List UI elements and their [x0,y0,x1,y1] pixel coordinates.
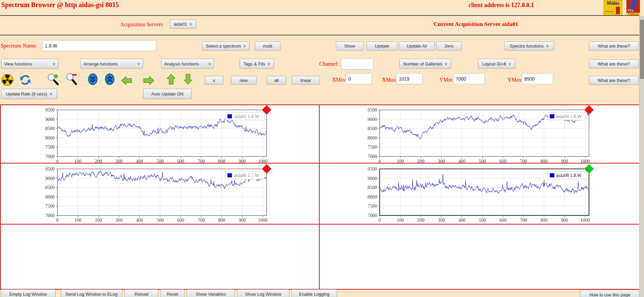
svg-text:300: 300 [438,218,445,223]
reload-button[interactable]: Reload [125,289,158,297]
svg-text:0: 0 [379,218,381,223]
chart-aida08[interactable]: 7000750080008500900095000100200300400500… [364,166,592,223]
gallery-cell-aida08[interactable]: 7000750080008500900095000100200300400500… [320,164,640,225]
what-are-these-button-1[interactable]: What are these? [589,41,639,51]
ymin-input[interactable] [453,73,485,84]
multi-button[interactable]: multi [255,41,280,51]
svg-text:9500: 9500 [45,167,55,172]
collapse-vertical-icon[interactable] [86,73,99,86]
radiation-icon[interactable] [1,73,14,86]
vertical-scrollbar[interactable] [639,16,644,297]
number-of-galleries-label: Number of Galleries [403,61,442,66]
svg-text:1000: 1000 [258,159,267,164]
refresh-icon[interactable] [19,73,32,86]
svg-text:100: 100 [74,218,81,223]
ymax-input[interactable] [521,73,553,84]
update-all-button[interactable]: Update All [399,41,435,51]
current-server-label: Current Acquisition Server aida01 [434,21,518,28]
svg-text:7000: 7000 [368,213,377,218]
svg-text:300: 300 [115,218,123,223]
svg-text:9000: 9000 [368,176,377,181]
tags-fits-dropdown[interactable]: Tags & Fits ∨ [240,59,274,69]
channel-input[interactable] [341,58,373,69]
show-button[interactable]: Show [336,41,364,51]
arrow-up-icon[interactable] [165,73,178,86]
linear-button[interactable]: linear [292,76,320,85]
svg-text:8500: 8500 [368,126,377,131]
spectrum-name-input[interactable] [42,40,156,51]
svg-text:1000: 1000 [580,218,590,223]
svg-text:700: 700 [197,218,205,223]
svg-text:7000: 7000 [45,154,55,159]
gallery-cell-aida06[interactable]: 7000750080008500900095000100200300400500… [1,164,320,225]
acquisition-servers-label: Acquisition Servers [120,22,163,28]
chart-aida02[interactable]: 7000750080008500900095000100200300400500… [42,107,270,164]
arrow-right-icon[interactable] [142,74,155,87]
update-rate-dropdown[interactable]: Update Rate (8 secs) ∨ [1,89,57,99]
arrange-functions-dropdown[interactable]: Arrange functions ∨ [80,59,143,69]
scrollbar-thumb[interactable] [640,20,644,79]
svg-text:600: 600 [500,218,507,223]
gallery-cell-empty-1[interactable] [1,225,320,289]
tcl-logo-text: TCL [627,9,635,12]
select-spectrum-dropdown[interactable]: Select a spectrum ∨ [202,41,250,51]
page-title: Spectrum Browser @ http aidas-gsi 8015 [1,1,119,9]
svg-text:1000: 1000 [258,218,267,223]
chevron-down-icon: ∨ [546,44,549,48]
analysis-functions-dropdown[interactable]: Analysis functions ∨ [161,59,214,69]
svg-text:500: 500 [157,159,164,164]
all-button[interactable]: all [267,76,286,85]
layout-id-dropdown[interactable]: Layout ID=8 ∨ [478,59,515,69]
zoom-in-icon[interactable] [47,73,59,86]
svg-text:300: 300 [115,159,123,164]
view-functions-dropdown[interactable]: View functions ∨ [1,59,58,69]
gallery-cell-aida02[interactable]: 7000750080008500900095000100200300400500… [1,105,320,164]
show-variables-button[interactable]: Show Variables [187,289,235,297]
send-log-window-button[interactable]: Send Log Window to ELog [61,289,122,297]
svg-text:300: 300 [438,159,445,164]
chart-aida06[interactable]: 7000750080008500900095000100200300400500… [42,166,270,223]
xmax-input[interactable] [396,73,423,84]
svg-text:9500: 9500 [45,108,55,113]
reset-button[interactable]: Reset [160,289,185,297]
update-button[interactable]: Update [367,41,398,51]
svg-text:800: 800 [218,218,225,223]
svg-text:600: 600 [177,159,184,164]
chevron-down-icon: ∨ [53,62,55,66]
empty-log-window-button[interactable]: Empty Log Window [1,289,56,297]
midas-logo-subtext: powered by [605,10,614,12]
svg-text:800: 800 [540,218,547,223]
gallery-cell-empty-2[interactable] [320,225,640,289]
svg-text:700: 700 [520,159,527,164]
expand-vertical-icon[interactable] [103,73,116,86]
number-of-galleries-dropdown[interactable]: Number of Galleries ∨ [399,59,451,69]
what-are-these-button-3[interactable]: What are these? [589,76,639,85]
midas-logo: Midas powered by [603,0,622,16]
enable-logging-button[interactable]: Enable Logging [291,289,337,297]
what-are-these-button-2[interactable]: What are these? [589,59,639,68]
spectra-functions-label: Spectra functions [510,43,543,49]
svg-text:8000: 8000 [45,136,55,141]
xmin-input[interactable] [346,73,372,84]
help-button[interactable]: How to use this page [580,290,640,297]
spectra-functions-dropdown[interactable]: Spectra functions ∨ [504,41,554,51]
zero-button[interactable]: Zero [436,41,462,51]
midas-logo-text: Midas [604,0,622,6]
svg-text:500: 500 [479,218,486,223]
arrow-left-icon[interactable] [120,74,133,87]
chart-aida04[interactable]: 7000750080008500900095000100200300400500… [364,107,592,164]
svg-text:0: 0 [379,159,381,164]
chevron-down-icon: ∨ [243,44,246,48]
new-button[interactable]: new [231,76,257,85]
gallery-cell-aida04[interactable]: 7000750080008500900095000100200300400500… [320,105,640,164]
svg-text:8500: 8500 [368,185,377,190]
auto-update-button[interactable]: Auto Update ON [143,89,192,99]
show-log-window-button[interactable]: Show Log Window [237,289,289,297]
x-button[interactable]: x [205,76,223,85]
svg-text:400: 400 [136,218,143,223]
svg-text:8000: 8000 [368,195,377,200]
view-functions-label: View functions [4,61,32,66]
acquisition-server-select[interactable]: aida01 ∨ [169,20,196,29]
arrow-down-icon[interactable] [182,73,194,86]
zoom-out-icon[interactable] [65,73,78,86]
